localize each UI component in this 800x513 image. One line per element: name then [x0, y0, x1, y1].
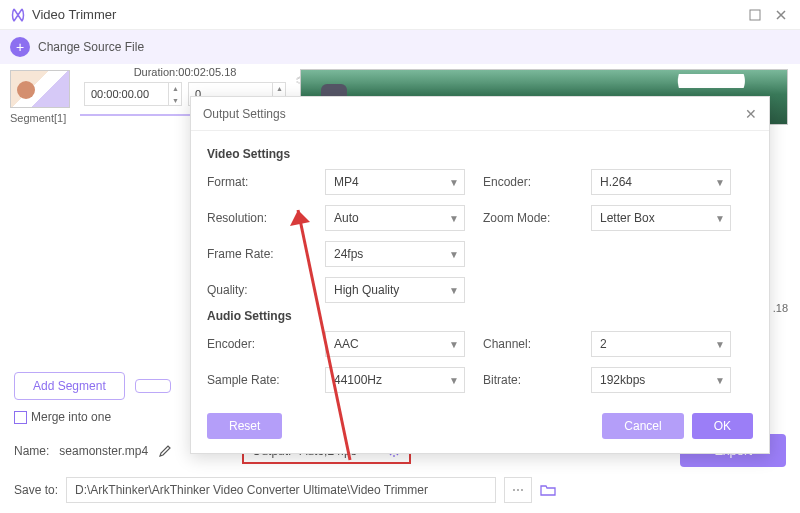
audio-settings-heading: Audio Settings — [207, 309, 753, 323]
bitrate-label: Bitrate: — [483, 373, 573, 387]
zoom-mode-value: Letter Box — [591, 205, 731, 231]
window-title: Video Trimmer — [32, 7, 738, 22]
frame-rate-select[interactable]: 24fps▼ — [325, 241, 465, 267]
cancel-button[interactable]: Cancel — [602, 413, 683, 439]
minimize-button[interactable] — [746, 6, 764, 24]
format-select[interactable]: MP4▼ — [325, 169, 465, 195]
merge-checkbox[interactable]: Merge into one — [14, 410, 111, 424]
start-time-input[interactable]: ▲▼ — [84, 82, 182, 106]
format-value: MP4 — [325, 169, 465, 195]
audio-encoder-value: AAC — [325, 331, 465, 357]
segment-label: Segment[1] — [10, 112, 72, 124]
frame-rate-value: 24fps — [325, 241, 465, 267]
open-folder-icon[interactable] — [540, 483, 556, 497]
svg-rect-0 — [750, 10, 760, 20]
quality-value: High Quality — [325, 277, 465, 303]
duration-title: Duration:00:02:05.18 — [80, 66, 290, 78]
segment-thumbnail[interactable] — [10, 70, 70, 108]
close-button[interactable] — [772, 6, 790, 24]
video-encoder-label: Encoder: — [483, 175, 573, 189]
resolution-value: Auto — [325, 205, 465, 231]
zoom-mode-label: Zoom Mode: — [483, 211, 573, 225]
bitrate-select[interactable]: 192kbps▼ — [591, 367, 731, 393]
channel-select[interactable]: 2▼ — [591, 331, 731, 357]
save-path-field[interactable]: D:\ArkThinker\ArkThinker Video Converter… — [66, 477, 496, 503]
video-settings-heading: Video Settings — [207, 147, 753, 161]
output-settings-dialog: Output Settings ✕ Video Settings Format:… — [190, 96, 770, 454]
name-row: Name: seamonster.mp4 — [14, 444, 172, 458]
format-label: Format: — [207, 175, 307, 189]
titlebar: Video Trimmer — [0, 0, 800, 30]
segment-column: Segment[1] — [0, 64, 72, 124]
sample-rate-select[interactable]: 44100Hz▼ — [325, 367, 465, 393]
sample-rate-label: Sample Rate: — [207, 373, 307, 387]
quality-select[interactable]: High Quality▼ — [325, 277, 465, 303]
channel-label: Channel: — [483, 337, 573, 351]
dialog-title: Output Settings — [203, 107, 745, 121]
audio-encoder-label: Encoder: — [207, 337, 307, 351]
audio-encoder-select[interactable]: AAC▼ — [325, 331, 465, 357]
end-duration-label: .18 — [773, 302, 788, 314]
save-path-value: D:\ArkThinker\ArkThinker Video Converter… — [75, 483, 428, 497]
sample-rate-value: 44100Hz — [325, 367, 465, 393]
save-to-label: Save to: — [14, 483, 58, 497]
resolution-label: Resolution: — [207, 211, 307, 225]
dialog-header: Output Settings ✕ — [191, 97, 769, 131]
secondary-button[interactable] — [135, 379, 171, 393]
channel-value: 2 — [591, 331, 731, 357]
ok-button[interactable]: OK — [692, 413, 753, 439]
quality-label: Quality: — [207, 283, 307, 297]
reset-button[interactable]: Reset — [207, 413, 282, 439]
checkbox-icon — [14, 411, 27, 424]
name-label: Name: — [14, 444, 49, 458]
browse-button[interactable]: ⋯ — [504, 477, 532, 503]
change-source-label[interactable]: Change Source File — [38, 40, 144, 54]
video-encoder-select[interactable]: H.264▼ — [591, 169, 731, 195]
add-segment-button[interactable]: Add Segment — [14, 372, 125, 400]
toolbar: + Change Source File — [0, 30, 800, 64]
video-encoder-value: H.264 — [591, 169, 731, 195]
resolution-select[interactable]: Auto▼ — [325, 205, 465, 231]
zoom-mode-select[interactable]: Letter Box▼ — [591, 205, 731, 231]
name-value: seamonster.mp4 — [59, 444, 148, 458]
edit-name-icon[interactable] — [158, 444, 172, 458]
app-logo-icon — [10, 7, 26, 23]
start-time-stepper[interactable]: ▲▼ — [168, 82, 182, 106]
merge-label: Merge into one — [31, 410, 111, 424]
frame-rate-label: Frame Rate: — [207, 247, 307, 261]
dialog-close-icon[interactable]: ✕ — [745, 106, 757, 122]
bitrate-value: 192kbps — [591, 367, 731, 393]
add-source-icon[interactable]: + — [10, 37, 30, 57]
